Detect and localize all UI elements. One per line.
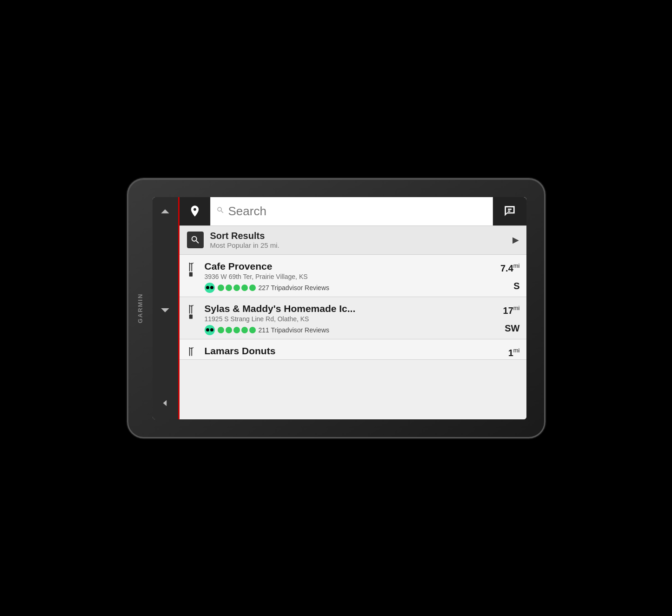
dot-10 (249, 327, 256, 333)
rating-dots-2 (218, 327, 256, 333)
result-meta-2: 17mi SW (492, 303, 520, 334)
svg-rect-6 (189, 347, 190, 356)
direction-2: SW (505, 323, 519, 334)
dot-8 (233, 327, 240, 333)
tripadvisor-logo-1 (205, 283, 215, 293)
sort-bar[interactable]: Sort Results Most Popular in 25 mi. ▶ (180, 226, 526, 255)
rating-dots-1 (218, 285, 256, 291)
dot-9 (241, 327, 248, 333)
back-button[interactable] (155, 393, 175, 413)
sort-text: Sort Results Most Popular in 25 mi. (210, 231, 512, 249)
search-icon (216, 206, 225, 217)
result-address-2: 11925 S Strang Line Rd, Olathe, KS (205, 315, 492, 323)
result-name-1: Cafe Provence (205, 260, 492, 272)
result-name-2: Sylas & Maddy's Homemade Ic... (205, 303, 492, 314)
result-name-3: Lamars Donuts (205, 345, 492, 357)
svg-rect-3 (189, 305, 190, 313)
result-item-1[interactable]: Cafe Provence 3936 W 69th Ter, Prairie V… (180, 255, 526, 297)
result-info-1: Cafe Provence 3936 W 69th Ter, Prairie V… (205, 260, 492, 293)
tripadvisor-logo-2 (205, 325, 215, 335)
result-item-3[interactable]: Lamars Donuts 1mi (180, 339, 526, 360)
result-item-2[interactable]: Sylas & Maddy's Homemade Ic... 11925 S S… (180, 297, 526, 339)
svg-rect-5 (189, 314, 192, 318)
result-info-2: Sylas & Maddy's Homemade Ic... 11925 S S… (205, 303, 492, 335)
dot-3 (233, 285, 240, 291)
restaurant-icon-2 (186, 303, 200, 319)
review-count-1: 227 Tripadvisor Reviews (259, 284, 330, 291)
sort-icon (187, 232, 204, 248)
dot-2 (226, 285, 232, 291)
scroll-down-button[interactable] (155, 298, 175, 318)
restaurant-icon-3 (186, 345, 200, 360)
search-box[interactable] (210, 197, 493, 225)
distance-3: 1mi (508, 347, 520, 358)
svg-rect-0 (189, 263, 190, 271)
restaurant-icon-1 (186, 260, 200, 277)
location-button[interactable] (180, 197, 210, 225)
dot-5 (249, 285, 256, 291)
svg-rect-2 (189, 272, 192, 276)
top-bar (180, 197, 526, 226)
garmin-device: GARMIN (127, 178, 546, 438)
result-meta-3: 1mi (492, 345, 520, 358)
sidebar (153, 197, 180, 419)
map-button[interactable] (493, 197, 526, 225)
dot-4 (241, 285, 248, 291)
review-count-2: 211 Tripadvisor Reviews (259, 326, 330, 334)
direction-1: S (513, 281, 519, 291)
sort-title: Sort Results (210, 231, 512, 241)
result-info-3: Lamars Donuts (205, 345, 492, 357)
sort-arrow-icon: ▶ (512, 235, 519, 245)
tripadvisor-row-1: 227 Tripadvisor Reviews (205, 283, 492, 293)
dot-1 (218, 285, 224, 291)
distance-1: 7.4mi (500, 262, 520, 274)
search-input[interactable] (228, 204, 487, 219)
distance-2: 17mi (503, 305, 520, 316)
brand-label: GARMIN (137, 293, 144, 323)
tripadvisor-row-2: 211 Tripadvisor Reviews (205, 325, 492, 335)
scroll-up-button[interactable] (155, 204, 175, 223)
device-screen: Sort Results Most Popular in 25 mi. ▶ (153, 197, 526, 419)
dot-6 (218, 327, 224, 333)
device-body: GARMIN (127, 178, 546, 438)
sort-subtitle: Most Popular in 25 mi. (210, 241, 512, 249)
result-address-1: 3936 W 69th Ter, Prairie Village, KS (205, 273, 492, 280)
result-meta-1: 7.4mi S (492, 260, 520, 292)
main-content: Sort Results Most Popular in 25 mi. ▶ (180, 197, 526, 419)
dot-7 (226, 327, 232, 333)
results-list: Cafe Provence 3936 W 69th Ter, Prairie V… (180, 255, 526, 419)
